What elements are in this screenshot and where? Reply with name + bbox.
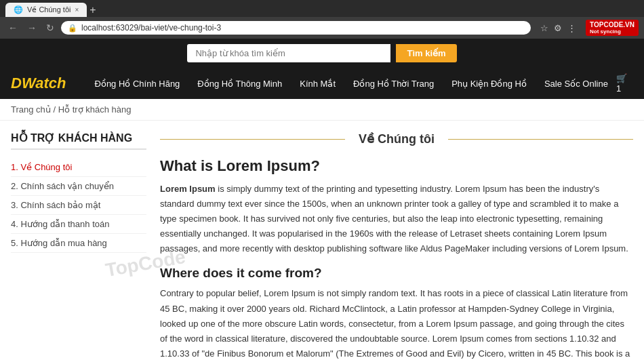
nav-item-dong-ho-thoi-trang[interactable]: Đồng Hồ Thời Trang <box>345 75 442 93</box>
nav-item-dong-ho-chinh-hang[interactable]: Đồng Hồ Chính Hãng <box>87 75 188 93</box>
search-bar: Tìm kiếm <box>0 39 644 68</box>
forward-button[interactable]: → <box>24 21 39 35</box>
search-button[interactable]: Tìm kiếm <box>396 44 456 62</box>
nav-item-sale-soc[interactable]: Sale Sốc Online <box>536 75 616 93</box>
sidebar-item-van-chuyen[interactable]: 2. Chính sách vận chuyển <box>11 177 146 196</box>
back-button[interactable]: ← <box>5 21 20 35</box>
new-tab-button[interactable]: + <box>89 4 96 16</box>
section-title-bar: Về Chúng tôi <box>160 132 633 146</box>
breadcrumb-home[interactable]: Trang chủ <box>11 104 51 115</box>
extension-icon[interactable]: ⚙ <box>554 23 562 33</box>
nav-item-phu-kien[interactable]: Phụ Kiện Đồng Hồ <box>443 75 535 93</box>
url-text: localhost:63029/bai-viet/ve-chung-toi-3 <box>81 23 221 33</box>
sidebar-item-thanh-toan[interactable]: 4. Hướng dẫn thanh toán <box>11 215 146 234</box>
menu-icon[interactable]: ⋮ <box>567 23 576 33</box>
sidebar-title: HỖ TRỢ KHÁCH HÀNG <box>11 132 146 150</box>
article-content: Về Chúng tôi What is Lorem Ipsum? Lorem … <box>160 132 633 362</box>
refresh-button[interactable]: ↻ <box>43 21 57 35</box>
url-bar[interactable]: 🔒 localhost:63029/bai-viet/ve-chung-toi-… <box>61 21 531 35</box>
browser-tab[interactable]: 🌐 Về Chúng tôi × <box>5 3 87 17</box>
main-content: TopCode HỖ TRỢ KHÁCH HÀNG 1. Về Chúng tô… <box>0 121 644 362</box>
header: DWatch Đồng Hồ Chính Hãng Đồng Hồ Thông … <box>0 68 644 99</box>
sidebar-item-bao-mat[interactable]: 3. Chính sách bảo mật <box>11 196 146 215</box>
section-title: Về Chúng tôi <box>353 132 440 146</box>
topcode-badge: TOPCODE.VN Not syncing <box>586 20 639 36</box>
logo[interactable]: DWatch <box>11 75 66 92</box>
title-line-left <box>160 139 345 140</box>
tab-title: Về Chúng tôi <box>27 5 71 14</box>
cart-icon[interactable]: 🛒 1 <box>616 73 633 94</box>
main-nav: Đồng Hồ Chính Hãng Đồng Hồ Thông Minh Kí… <box>87 75 616 93</box>
nav-item-kinh-mat[interactable]: Kính Mắt <box>291 75 344 93</box>
article-h2: Where does it come from? <box>160 266 633 281</box>
sidebar: HỖ TRỢ KHÁCH HÀNG 1. Về Chúng tôi 2. Chí… <box>11 132 146 362</box>
browser-toolbar: ☆ ⚙ ⋮ <box>540 23 576 33</box>
breadcrumb-separator: / <box>53 104 56 115</box>
title-line-right <box>448 139 633 140</box>
bookmark-icon[interactable]: ☆ <box>540 23 548 33</box>
sidebar-menu: 1. Về Chúng tôi 2. Chính sách vận chuyển… <box>11 158 146 253</box>
sidebar-item-mua-hang[interactable]: 5. Hướng dẫn mua hàng <box>11 234 146 253</box>
tab-close-button[interactable]: × <box>75 6 79 14</box>
sidebar-item-ve-chung-toi[interactable]: 1. Về Chúng tôi <box>11 158 146 177</box>
article-p2: Contrary to popular belief, Lorem Ipsum … <box>160 286 633 362</box>
article-p1: Lorem Ipsum is simply dummy text of the … <box>160 182 633 256</box>
search-input[interactable] <box>187 44 390 62</box>
tab-favicon: 🌐 <box>14 5 23 14</box>
nav-item-dong-ho-thong-minh[interactable]: Đồng Hồ Thông Minh <box>189 75 290 93</box>
breadcrumb: Trang chủ / Hỗ trợ khách hàng <box>0 99 644 121</box>
breadcrumb-current: Hỗ trợ khách hàng <box>58 104 132 115</box>
article-h1: What is Lorem Ipsum? <box>160 157 633 175</box>
